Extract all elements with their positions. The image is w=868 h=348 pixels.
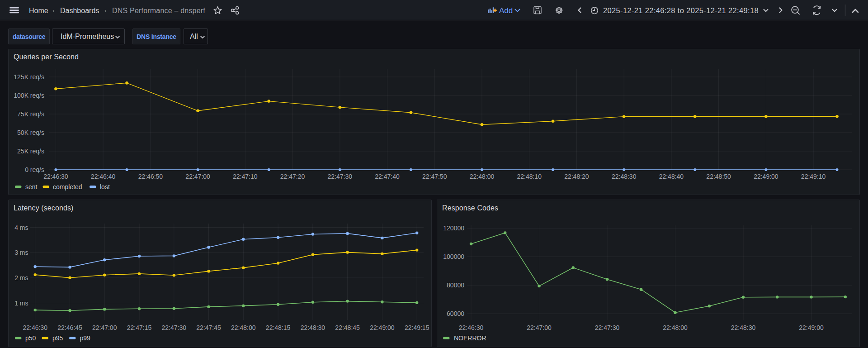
svg-text:22:46:30: 22:46:30	[43, 173, 68, 180]
svg-text:NOERROR: NOERROR	[454, 334, 486, 342]
svg-text:22:48:00: 22:48:00	[470, 173, 495, 180]
svg-text:22:48:30: 22:48:30	[612, 173, 637, 180]
svg-text:22:48:50: 22:48:50	[706, 173, 731, 180]
svg-text:120000: 120000	[443, 224, 464, 232]
svg-text:Add: Add	[499, 6, 513, 15]
svg-text:22:49:00: 22:49:00	[754, 173, 778, 180]
svg-text:completed: completed	[53, 183, 82, 191]
svg-text:22:46:50: 22:46:50	[138, 173, 163, 180]
svg-text:125K req/s: 125K req/s	[14, 73, 44, 81]
svg-text:4 ms: 4 ms	[14, 224, 28, 231]
svg-text:22:49:00: 22:49:00	[370, 324, 395, 331]
svg-text:2025-12-21 22:46:28 to 2025-12: 2025-12-21 22:46:28 to 2025-12-21 22:49:…	[603, 6, 759, 14]
svg-text:p50: p50	[25, 334, 36, 342]
svg-text:22:47:10: 22:47:10	[233, 173, 258, 180]
svg-text:22:48:00: 22:48:00	[663, 324, 688, 331]
svg-text:22:48:30: 22:48:30	[731, 324, 756, 331]
svg-text:25K req/s: 25K req/s	[17, 148, 44, 155]
svg-text:22:49:15: 22:49:15	[405, 324, 429, 331]
svg-text:22:46:45: 22:46:45	[57, 324, 82, 331]
svg-text:22:47:45: 22:47:45	[196, 324, 221, 331]
svg-text:22:47:30: 22:47:30	[162, 324, 187, 331]
svg-text:22:48:45: 22:48:45	[335, 324, 360, 331]
svg-text:22:46:40: 22:46:40	[91, 173, 116, 180]
svg-text:22:46:30: 22:46:30	[23, 324, 47, 331]
svg-text:3 ms: 3 ms	[14, 249, 28, 256]
svg-text:100000: 100000	[443, 253, 464, 260]
svg-text:lost: lost	[100, 183, 110, 191]
svg-text:22:49:10: 22:49:10	[801, 173, 826, 180]
svg-text:22:48:30: 22:48:30	[301, 324, 326, 331]
svg-text:80000: 80000	[447, 281, 464, 289]
svg-text:22:48:20: 22:48:20	[564, 173, 589, 180]
svg-text:0 req/s: 0 req/s	[25, 166, 44, 173]
svg-text:75K req/s: 75K req/s	[17, 110, 44, 118]
svg-text:22:47:15: 22:47:15	[127, 324, 152, 331]
svg-text:22:47:30: 22:47:30	[595, 324, 620, 331]
svg-text:22:47:40: 22:47:40	[375, 173, 400, 180]
svg-text:22:47:00: 22:47:00	[92, 324, 117, 331]
svg-text:22:48:10: 22:48:10	[517, 173, 542, 180]
svg-text:22:47:20: 22:47:20	[280, 173, 305, 180]
svg-text:sent: sent	[25, 183, 38, 191]
svg-text:22:46:30: 22:46:30	[459, 324, 484, 331]
svg-text:1 ms: 1 ms	[14, 300, 28, 307]
svg-text:50K req/s: 50K req/s	[17, 129, 44, 136]
svg-text:22:48:00: 22:48:00	[231, 324, 256, 331]
svg-text:22:47:00: 22:47:00	[185, 173, 210, 180]
svg-text:22:47:50: 22:47:50	[422, 173, 447, 180]
svg-text:p99: p99	[80, 334, 91, 342]
svg-text:22:47:30: 22:47:30	[328, 173, 353, 180]
svg-text:22:47:00: 22:47:00	[527, 324, 552, 331]
svg-text:2 ms: 2 ms	[14, 274, 28, 281]
svg-text:p95: p95	[52, 334, 63, 342]
svg-text:22:48:15: 22:48:15	[266, 324, 291, 331]
svg-text:100K req/s: 100K req/s	[14, 92, 44, 99]
svg-text:22:49:00: 22:49:00	[799, 324, 824, 331]
svg-text:22:48:40: 22:48:40	[659, 173, 684, 180]
svg-text:60000: 60000	[447, 310, 464, 317]
